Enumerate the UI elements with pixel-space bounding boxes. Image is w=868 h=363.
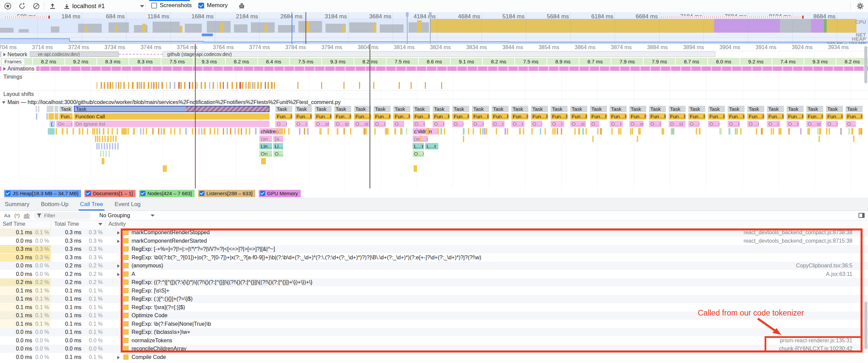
timing-mark[interactable]	[192, 82, 193, 89]
flame-bar[interactable]	[276, 128, 278, 135]
flame-bar[interactable]	[736, 128, 738, 135]
flame-bar[interactable]	[46, 113, 48, 120]
timing-mark[interactable]	[201, 82, 202, 89]
frame-cell[interactable]: 8.3 ms	[129, 58, 161, 65]
flame-bar-ot[interactable]: O…t	[393, 121, 404, 127]
column-separator[interactable]	[105, 220, 105, 228]
table-row[interactable]: 0.3 ms0.3 %0.3 ms0.3 %RegExp: [-+%=]=?|!…	[0, 245, 868, 253]
flame-bar[interactable]	[96, 128, 98, 135]
flame-bar[interactable]	[307, 128, 309, 135]
flame-bar[interactable]	[115, 136, 117, 142]
filter-input-box[interactable]	[34, 212, 91, 219]
flame-bar-ot[interactable]: O…t	[452, 121, 463, 127]
flame-bar[interactable]	[818, 136, 820, 142]
flame-bar[interactable]	[440, 128, 442, 135]
flame-bar[interactable]	[117, 143, 119, 149]
flame-bar-task[interactable]: Task	[688, 106, 705, 112]
flame-bar[interactable]	[304, 128, 305, 135]
flame-bar[interactable]	[480, 128, 481, 135]
timing-mark[interactable]	[101, 82, 102, 89]
flame-bar-ost[interactable]: O…st	[669, 121, 686, 127]
flame-bar[interactable]	[101, 143, 102, 149]
flame-bar[interactable]	[620, 128, 622, 135]
timing-mark[interactable]	[232, 82, 233, 89]
flame-bar[interactable]	[463, 136, 464, 142]
flame-bar[interactable]	[486, 128, 487, 135]
flame-bar-task[interactable]: Task	[767, 106, 784, 112]
flame-bar-funll[interactable]: Fun…ll	[275, 113, 292, 120]
flame-bar-ot[interactable]: O…t	[688, 121, 699, 127]
frame-cell[interactable]: 7.5 ms	[289, 58, 321, 65]
profile-select[interactable]: localhost #1	[70, 1, 147, 11]
timing-mark[interactable]	[236, 82, 237, 89]
frame-cell[interactable]: 7.5 ms	[386, 58, 418, 65]
counter-checkbox[interactable]	[5, 191, 11, 196]
timing-mark[interactable]	[97, 82, 97, 89]
flame-bar[interactable]	[241, 128, 242, 135]
timing-mark[interactable]	[260, 82, 262, 89]
timing-mark[interactable]	[137, 82, 138, 89]
network-request-bar[interactable]: github (stage-api.codecov.dev)	[163, 52, 715, 57]
flame-bar-funll[interactable]: Fun…ll	[570, 113, 587, 120]
counter-chip-nodes[interactable]: Nodes[424 – 7 683]	[139, 190, 195, 197]
flame-bar-task[interactable]: Task	[295, 106, 312, 112]
flame-bar[interactable]	[102, 158, 104, 164]
flame-bar-task[interactable]: Task	[649, 106, 666, 112]
flame-bar-task[interactable]: Task	[551, 106, 568, 112]
table-row[interactable]: 0.2 ms0.2 %0.2 ms0.2 %RegExp: ((?:^|[^{]…	[0, 278, 868, 286]
flame-bar[interactable]	[807, 128, 809, 135]
frame-cell[interactable]: 9.2 ms	[64, 58, 97, 65]
flame-bar[interactable]	[217, 128, 218, 135]
flame-bar[interactable]	[185, 128, 187, 135]
filter-input[interactable]	[43, 212, 82, 219]
flame-bar[interactable]	[853, 136, 854, 142]
flame-bar-ot[interactable]: O…t	[649, 121, 662, 127]
flame-bar-task[interactable]: Task	[74, 106, 270, 112]
flame-bar[interactable]	[385, 128, 387, 135]
flame-bar[interactable]	[133, 128, 135, 135]
timing-mark[interactable]	[139, 82, 140, 89]
flame-bar-funll[interactable]: Fun…ll	[708, 113, 725, 120]
flame-bar-funll[interactable]: Fun…ll	[551, 113, 568, 120]
counter-checkbox[interactable]	[199, 191, 204, 196]
timing-mark[interactable]	[156, 82, 157, 89]
flame-bar-funll[interactable]: Fun…ll	[649, 113, 666, 120]
flame-bar[interactable]	[756, 128, 757, 135]
flame-bar[interactable]	[696, 128, 697, 135]
timing-mark[interactable]	[373, 82, 374, 89]
flame-bar[interactable]	[630, 128, 631, 135]
timing-mark[interactable]	[110, 82, 111, 89]
flame-bar[interactable]	[519, 128, 521, 135]
flame-bar[interactable]	[337, 128, 338, 135]
flame-bar[interactable]	[592, 136, 594, 142]
flame-bar[interactable]	[366, 128, 367, 135]
table-row[interactable]: 0.0 ms0.0 %0.1 ms0.1 %Compile Code	[0, 353, 868, 361]
flame-bar[interactable]	[163, 165, 167, 172]
selection-window-handle[interactable]	[429, 12, 432, 17]
flame-bar-task[interactable]: Task	[747, 106, 764, 112]
timing-mark[interactable]	[184, 82, 185, 89]
flame-bar[interactable]	[328, 128, 329, 135]
timing-mark[interactable]	[359, 82, 360, 89]
flame-bar[interactable]	[284, 128, 285, 135]
flame-bar[interactable]	[170, 128, 172, 135]
flame-bar[interactable]	[104, 136, 106, 142]
flame-bar-onignorelist[interactable]: On ignore list	[74, 121, 270, 127]
flame-bar[interactable]	[374, 128, 376, 135]
table-row[interactable]: 0.1 ms0.1 %0.1 ms0.1 %RegExp: \b(?:False…	[0, 320, 868, 328]
flame-bar[interactable]	[578, 128, 580, 135]
flame-bar[interactable]	[574, 128, 576, 135]
flame-bar-funll[interactable]: Fun…ll	[433, 113, 450, 120]
flame-bar-ot[interactable]: O…t	[708, 121, 719, 127]
flame-bar-funll[interactable]: Fun…ll	[826, 113, 843, 120]
flame-bar[interactable]	[400, 128, 401, 135]
flame-bar[interactable]	[261, 158, 266, 164]
frame-cell[interactable]: 8.2 ms	[225, 58, 257, 65]
flame-bar[interactable]	[773, 128, 774, 135]
timing-mark[interactable]	[343, 82, 344, 89]
flame-bar[interactable]	[113, 136, 114, 142]
track-label-frames[interactable]: Frames	[1, 58, 25, 65]
flame-bar[interactable]	[279, 128, 281, 135]
flame-bar[interactable]	[540, 128, 541, 135]
flame-bar-funll[interactable]: Fun…ll	[767, 113, 784, 120]
